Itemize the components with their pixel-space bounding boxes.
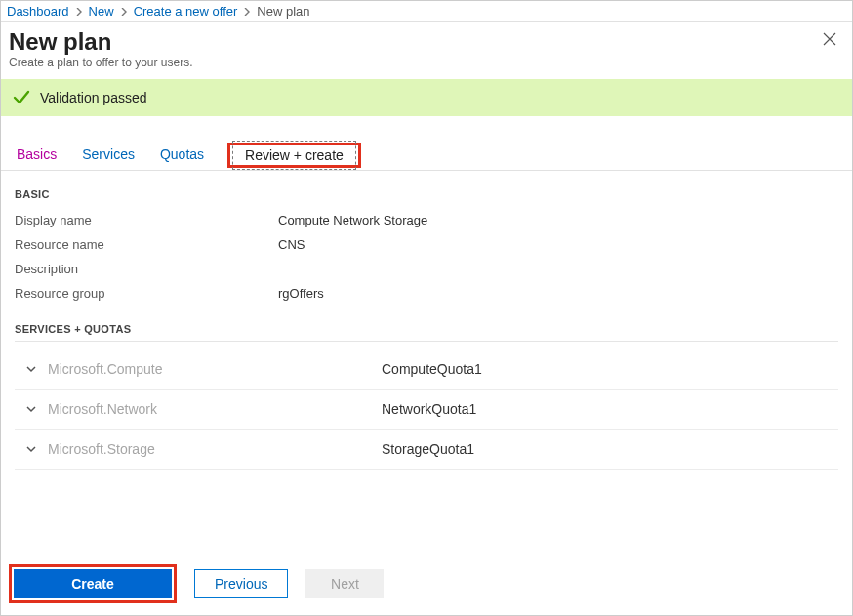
basic-value: rgOffers	[278, 286, 324, 301]
chevron-right-icon	[120, 8, 128, 16]
service-row-storage[interactable]: Microsoft.Storage StorageQuota1	[15, 430, 838, 470]
close-icon[interactable]	[823, 32, 838, 48]
basic-label: Resource name	[15, 237, 278, 252]
service-row-compute[interactable]: Microsoft.Compute ComputeQuota1	[15, 349, 838, 390]
breadcrumb-create-offer[interactable]: Create a new offer	[134, 4, 238, 19]
basic-value: Compute Network Storage	[278, 213, 427, 227]
service-name: Microsoft.Compute	[48, 361, 382, 377]
service-name: Microsoft.Storage	[48, 441, 382, 457]
tab-review-create[interactable]: Review + create	[232, 141, 356, 170]
basic-row-resource-group: Resource group rgOffers	[15, 281, 838, 306]
section-services-quotas-title: SERVICES + QUOTAS	[15, 323, 838, 342]
service-name: Microsoft.Network	[48, 401, 382, 417]
footer-actions: Create Previous Next	[1, 554, 852, 615]
breadcrumb: Dashboard New Create a new offer New pla…	[1, 1, 852, 22]
page-header: New plan Create a plan to offer to your …	[1, 22, 852, 75]
basic-label: Display name	[15, 213, 278, 227]
previous-button[interactable]: Previous	[194, 569, 288, 598]
breadcrumb-dashboard[interactable]: Dashboard	[7, 4, 69, 19]
basic-row-display-name: Display name Compute Network Storage	[15, 208, 838, 232]
chevron-down-icon[interactable]	[15, 443, 48, 455]
chevron-down-icon[interactable]	[15, 403, 48, 415]
basic-row-resource-name: Resource name CNS	[15, 232, 838, 257]
next-button: Next	[305, 569, 384, 598]
basic-label: Resource group	[15, 286, 278, 301]
breadcrumb-new-plan: New plan	[257, 4, 309, 19]
tab-quotas[interactable]: Quotas	[158, 141, 206, 168]
service-quota: NetworkQuota1	[382, 401, 476, 417]
tabs: Basics Services Quotas Review + create	[1, 138, 852, 171]
create-button[interactable]: Create	[14, 569, 172, 598]
tab-basics[interactable]: Basics	[15, 141, 59, 168]
service-quota: StorageQuota1	[382, 441, 474, 457]
chevron-right-icon	[75, 8, 83, 16]
validation-banner: Validation passed	[1, 79, 852, 116]
basic-label: Description	[15, 262, 278, 276]
check-icon	[13, 89, 30, 106]
chevron-right-icon	[243, 8, 251, 16]
section-basic-title: BASIC	[15, 188, 838, 200]
validation-message: Validation passed	[40, 90, 146, 105]
page-subtitle: Create a plan to offer to your users.	[9, 56, 838, 69]
service-row-network[interactable]: Microsoft.Network NetworkQuota1	[15, 390, 838, 430]
basic-value: CNS	[278, 237, 305, 252]
review-content: BASIC Display name Compute Network Stora…	[1, 171, 852, 554]
breadcrumb-new[interactable]: New	[89, 4, 114, 19]
service-quota: ComputeQuota1	[382, 361, 482, 377]
page-title: New plan	[9, 28, 838, 56]
basic-row-description: Description	[15, 257, 838, 281]
create-button-highlight: Create	[9, 564, 177, 603]
tab-review-create-highlight: Review + create	[227, 143, 361, 168]
chevron-down-icon[interactable]	[15, 363, 48, 375]
tab-services[interactable]: Services	[80, 141, 137, 168]
